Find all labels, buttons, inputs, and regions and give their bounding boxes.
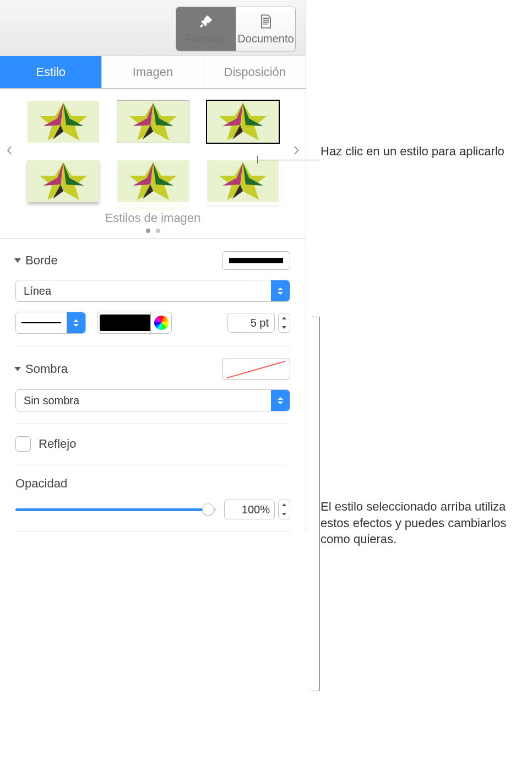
- border-type-popup[interactable]: Línea: [15, 280, 290, 302]
- slider-knob[interactable]: [202, 503, 214, 516]
- tab-image[interactable]: Imagen: [102, 56, 204, 88]
- disclosure-triangle-icon: [14, 258, 21, 263]
- disclosure-triangle-icon: [14, 367, 21, 371]
- reflection-checkbox[interactable]: [15, 436, 31, 452]
- color-wheel-icon: [154, 316, 169, 330]
- document-tab[interactable]: Documento: [236, 7, 295, 51]
- format-document-segmented: Formato Documento: [176, 7, 296, 51]
- stepper-caps-icon: [271, 390, 290, 411]
- border-width-input[interactable]: [227, 313, 275, 333]
- color-swatch: [100, 315, 150, 331]
- gallery-pager: [0, 229, 306, 233]
- opacity-stepper[interactable]: [278, 500, 290, 519]
- page-dot-2[interactable]: [156, 229, 160, 233]
- color-picker-button[interactable]: [150, 312, 171, 333]
- stepper-caps-icon: [271, 280, 290, 301]
- tab-layout[interactable]: Disposición: [204, 56, 306, 88]
- stepper-caps-icon: [67, 312, 85, 333]
- effects-area: Borde Línea: [0, 239, 306, 532]
- border-width-stepper[interactable]: [278, 313, 290, 333]
- toolbar: Formato Documento: [0, 0, 306, 56]
- shadow-disclosure[interactable]: Sombra: [15, 362, 68, 376]
- reflection-section: Reflejo: [15, 424, 290, 464]
- inspector-tabs: Estilo Imagen Disposición: [0, 56, 306, 89]
- callout-styles: Haz clic en un estilo para aplicarlo: [321, 143, 519, 160]
- style-thumb-2[interactable]: [112, 99, 194, 145]
- opacity-section: Opacidad: [15, 464, 290, 532]
- stroke-preview-icon: [21, 322, 61, 323]
- shadow-title: Sombra: [25, 362, 68, 376]
- shadow-section: Sombra Sin sombra: [15, 346, 290, 424]
- document-icon: [258, 14, 274, 29]
- callout-leader-1: [258, 160, 319, 160]
- gallery-next[interactable]: [287, 146, 306, 158]
- style-thumb-3[interactable]: [202, 99, 284, 145]
- document-tab-label: Documento: [237, 32, 294, 45]
- format-inspector-panel: Formato Documento Estilo Imagen Disposic…: [0, 0, 306, 532]
- stepper-down-icon[interactable]: [279, 509, 290, 519]
- style-thumb-1[interactable]: [22, 99, 104, 145]
- border-title: Borde: [25, 253, 58, 268]
- stepper-up-icon[interactable]: [279, 313, 290, 323]
- callout-bracket: [312, 317, 320, 691]
- opacity-input[interactable]: [224, 500, 275, 519]
- style-thumb-5[interactable]: [112, 158, 194, 204]
- border-preview-swatch[interactable]: [222, 251, 290, 270]
- opacity-label: Opacidad: [15, 476, 290, 491]
- gallery-label: Estilos de imagen: [0, 211, 306, 225]
- shadow-type-value: Sin sombra: [16, 394, 271, 407]
- border-color-well[interactable]: [97, 312, 172, 334]
- stepper-down-icon[interactable]: [279, 323, 290, 332]
- reflection-label: Reflejo: [39, 437, 76, 451]
- image-styles-gallery: Estilos de imagen: [0, 89, 306, 239]
- style-thumb-6[interactable]: [202, 158, 284, 204]
- shadow-preview-swatch[interactable]: [222, 359, 290, 380]
- opacity-slider[interactable]: [15, 503, 216, 516]
- border-stroke-popup[interactable]: [15, 312, 86, 334]
- border-type-value: Línea: [16, 285, 271, 297]
- style-thumb-4[interactable]: [22, 158, 104, 204]
- border-disclosure[interactable]: Borde: [15, 253, 58, 268]
- shadow-type-popup[interactable]: Sin sombra: [15, 389, 290, 411]
- stepper-up-icon[interactable]: [279, 500, 290, 509]
- paintbrush-icon: [198, 14, 214, 29]
- gallery-prev[interactable]: [0, 146, 19, 158]
- border-section: Borde Línea: [15, 239, 290, 346]
- format-tab[interactable]: Formato: [176, 7, 236, 51]
- format-tab-label: Formato: [186, 32, 226, 45]
- callout-effects: El estilo seleccionado arriba utiliza es…: [321, 498, 519, 547]
- tab-style[interactable]: Estilo: [0, 56, 102, 88]
- page-dot-1[interactable]: [146, 229, 150, 233]
